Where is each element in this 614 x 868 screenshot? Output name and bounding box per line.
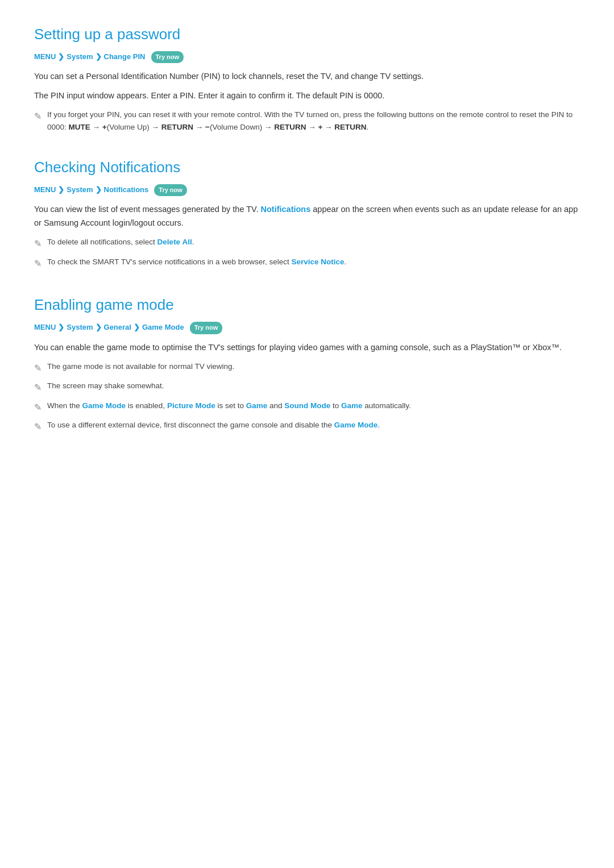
try-now-badge-enabling-game-mode[interactable]: Try now [190,322,223,334]
note-item-checking-notifications-1: ✎To check the SMART TV's service notific… [34,256,580,271]
breadcrumb-item-1: System [67,51,93,63]
note-text-enabling-game-mode-1: The screen may shake somewhat. [47,380,580,392]
notifications-link[interactable]: Notifications [260,205,310,214]
paragraph-checking-notifications-0: You can view the list of event messages … [34,203,580,230]
try-now-badge-setting-up-password[interactable]: Try now [151,51,184,64]
inline-link-sound-mode[interactable]: Sound Mode [284,401,330,410]
bold-text: RETURN [334,123,366,131]
note-text-checking-notifications-0: To delete all notifications, select Dele… [47,236,580,248]
bold-text: − [205,123,210,131]
note-list-checking-notifications: ✎To delete all notifications, select Del… [34,236,580,271]
inline-link-service-notice[interactable]: Service Notice [292,258,345,266]
breadcrumb-item-2: General [104,322,131,334]
bold-text: RETURN [274,123,306,131]
inline-link-game[interactable]: Game [246,401,268,410]
section-title-enabling-game-mode: Enabling game mode [34,293,580,317]
note-item-enabling-game-mode-1: ✎The screen may shake somewhat. [34,380,580,395]
breadcrumb-arrow: ❯ [58,184,64,196]
pencil-icon: ✎ [34,236,42,251]
breadcrumb-checking-notifications: MENU ❯ System ❯ NotificationsTry now [34,184,580,197]
bold-text: + [102,123,107,131]
section-setting-up-password: Setting up a passwordMENU ❯ System ❯ Cha… [34,23,580,133]
pencil-icon: ✎ [34,361,42,376]
breadcrumb-item-2: Notifications [104,184,149,196]
breadcrumb-item-2: Change PIN [104,51,146,63]
breadcrumb-arrow: ❯ [58,322,64,334]
inline-link-delete-all[interactable]: Delete All [157,238,192,246]
inline-link-picture-mode[interactable]: Picture Mode [167,401,215,410]
note-item-enabling-game-mode-3: ✎To use a different external device, fir… [34,419,580,434]
inline-link-game-mode[interactable]: Game Mode [82,401,126,410]
inline-link-game[interactable]: Game [341,401,363,410]
note-text-checking-notifications-1: To check the SMART TV's service notifica… [47,256,580,268]
inline-link-game-mode[interactable]: Game Mode [334,421,378,429]
bold-text: RETURN [161,123,193,131]
page-content: Setting up a passwordMENU ❯ System ❯ Cha… [34,23,580,434]
note-text-enabling-game-mode-2: When the Game Mode is enabled, Picture M… [47,400,580,412]
section-title-setting-up-password: Setting up a password [34,23,580,47]
paragraph-setting-up-password-0: You can set a Personal Identification Nu… [34,70,580,84]
pencil-icon: ✎ [34,420,42,434]
note-text-enabling-game-mode-0: The game mode is not available for norma… [47,360,580,373]
note-item-enabling-game-mode-2: ✎When the Game Mode is enabled, Picture … [34,400,580,415]
try-now-badge-checking-notifications[interactable]: Try now [154,184,187,197]
note-text-enabling-game-mode-3: To use a different external device, firs… [47,419,580,431]
note-item-enabling-game-mode-0: ✎The game mode is not available for norm… [34,360,580,376]
bold-text: MUTE [69,123,90,131]
paragraph-enabling-game-mode-0: You can enable the game mode to optimise… [34,341,580,355]
section-checking-notifications: Checking NotificationsMENU ❯ System ❯ No… [34,156,580,271]
breadcrumb-setting-up-password: MENU ❯ System ❯ Change PINTry now [34,51,580,64]
note-item-checking-notifications-0: ✎To delete all notifications, select Del… [34,236,580,251]
bold-text: + [318,123,322,131]
breadcrumb-arrow: ❯ [134,322,140,334]
breadcrumb-enabling-game-mode: MENU ❯ System ❯ General ❯ Game ModeTry n… [34,322,580,334]
breadcrumb-arrow: ❯ [96,51,102,63]
breadcrumb-menu: MENU [34,184,56,196]
breadcrumb-arrow: ❯ [96,322,102,334]
breadcrumb-item-1: System [67,322,93,334]
breadcrumb-arrow: ❯ [96,184,102,196]
breadcrumb-menu: MENU [34,322,56,334]
breadcrumb-menu: MENU [34,51,56,63]
note-item-setting-up-password-0: ✎If you forget your PIN, you can reset i… [34,109,580,133]
pencil-icon: ✎ [34,109,42,124]
pencil-icon: ✎ [34,380,42,395]
section-title-checking-notifications: Checking Notifications [34,156,580,180]
section-enabling-game-mode: Enabling game modeMENU ❯ System ❯ Genera… [34,293,580,434]
note-text-setting-up-password-0: If you forget your PIN, you can reset it… [47,109,580,133]
breadcrumb-item-1: System [67,184,93,196]
breadcrumb-item-3: Game Mode [142,322,184,334]
note-list-setting-up-password: ✎If you forget your PIN, you can reset i… [34,109,580,133]
note-list-enabling-game-mode: ✎The game mode is not available for norm… [34,360,580,434]
pencil-icon: ✎ [34,256,42,271]
paragraph-setting-up-password-1: The PIN input window appears. Enter a PI… [34,89,580,103]
breadcrumb-arrow: ❯ [58,51,64,63]
pencil-icon: ✎ [34,400,42,415]
